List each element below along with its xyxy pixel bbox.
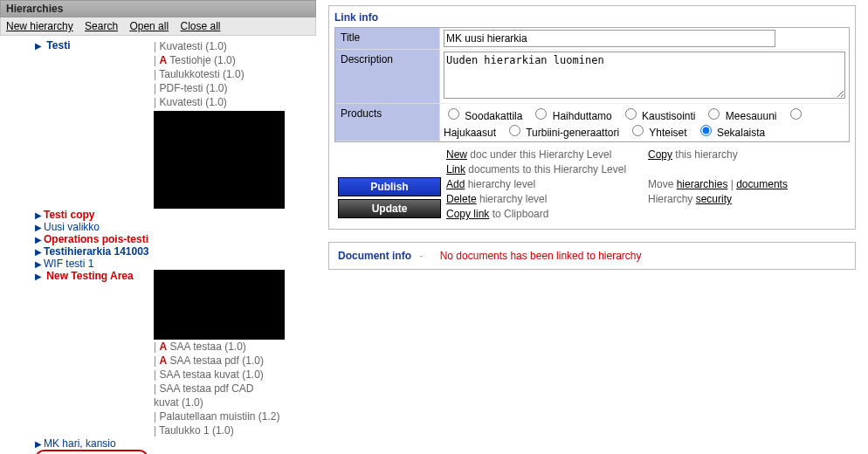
delete-level-link[interactable]: Delete [446,193,477,205]
description-textarea[interactable]: Uuden hierarkian luominen [444,52,845,99]
search-link[interactable]: Search [85,20,118,32]
action-links-col2: Copy this hierarchy Move hierarchies | d… [648,148,846,222]
panel-title: Hierarchies [0,0,316,17]
label-products: Products [335,104,440,141]
publish-button[interactable]: Publish [338,177,441,196]
product-option[interactable]: Yhteiset [628,127,686,139]
new-doc-link[interactable]: New [446,148,467,161]
list-item[interactable]: | SAA testaa kuvat (1.0) [154,368,285,382]
link-info-panel: Link info Title Description Uuden hierar… [328,5,856,230]
list-item[interactable]: | Kuvatesti (1.0) [154,95,285,109]
node-new-testing[interactable]: New Testing Area [46,270,133,282]
action-buttons: Publish Update [338,148,443,222]
copy-link-link[interactable]: Copy link [446,208,489,220]
node-uusi-valikko[interactable]: Uusi valikko [44,221,100,233]
move-documents-link[interactable]: documents [736,178,788,190]
list-item[interactable]: | A SAA testaa pdf (1.0) [154,354,285,368]
label-description: Description [335,50,440,104]
expand-arrow-icon[interactable]: ▶ [35,259,42,269]
node-testi-copy[interactable]: Testi copy [44,209,94,221]
list-item[interactable]: | PDF-testi (1.0) [154,81,285,95]
list-item[interactable]: | A SAA testaa (1.0) [154,340,285,354]
document-info-heading: Document info [338,250,411,262]
node-testihier[interactable]: Testihierarkia 141003 [44,245,149,258]
node-operations[interactable]: Operations pois-testi [44,233,148,245]
node-testi[interactable]: Testi [46,39,70,52]
node-mk-hari[interactable]: MK hari, kansio [44,437,116,450]
product-option[interactable]: Turbiini-generaattori [505,127,619,139]
document-info-panel: Document info - No documents has been li… [328,242,856,270]
product-option[interactable]: Soodakattila [444,110,522,122]
expand-arrow-icon[interactable]: ▶ [35,247,42,257]
selected-node-highlight: ▶MK uusi hierarkia [35,450,148,454]
product-option[interactable]: Haihduttamo [531,110,611,122]
redacted-block [154,111,285,209]
expand-arrow-icon[interactable]: ▶ [35,223,42,232]
add-level-link[interactable]: Add [446,178,465,190]
hierarchy-tree: ▶ Testi | Kuvatesti (1.0) | A Testiohje … [0,36,316,454]
list-item[interactable]: | Palautellaan muistiin (1.2) [154,409,285,423]
open-all-link[interactable]: Open all [129,20,169,32]
expand-arrow-icon[interactable]: ▶ [35,41,42,51]
list-item[interactable]: | Taulukko 1 (1.0) [154,423,285,437]
action-links-col1: New doc under this Hierarchy Level Link … [446,148,644,222]
expand-arrow-icon[interactable]: ▶ [35,210,42,220]
products-radio-group: Soodakattila Haihduttamo Kaustisointi Me… [440,104,849,141]
link-info-heading: Link info [334,11,850,24]
list-item[interactable]: | A Testiohje (1.0) [154,53,285,67]
node-wif[interactable]: WIF testi 1 [44,258,93,270]
redacted-block [154,270,285,340]
product-option[interactable]: Sekalaista [696,127,766,139]
expand-arrow-icon[interactable]: ▶ [35,272,42,281]
list-item[interactable]: | SAA testaa pdf CAD kuvat (1.0) [154,382,276,409]
expand-arrow-icon[interactable]: ▶ [35,439,42,449]
link-docs-link[interactable]: Link [446,163,465,175]
product-option[interactable]: Meesauuni [704,110,776,122]
title-input[interactable] [444,30,775,47]
close-all-link[interactable]: Close all [180,20,220,32]
product-option[interactable]: Kaustisointi [621,110,696,122]
label-title: Title [335,28,440,50]
move-hierarchies-link[interactable]: hierarchies [677,178,728,190]
no-documents-message: No documents has been linked to hierarch… [440,250,642,262]
hierarchy-security-link[interactable]: security [696,193,732,205]
update-button[interactable]: Update [338,199,441,218]
separator: - [419,250,423,262]
list-item[interactable]: | Taulukkotesti (1.0) [154,67,285,81]
copy-hierarchy-link[interactable]: Copy [648,148,672,161]
expand-arrow-icon[interactable]: ▶ [35,235,42,244]
list-item[interactable]: | Kuvatesti (1.0) [154,39,285,53]
toolbar: New hierarchy Search Open all Close all [0,17,316,36]
new-hierarchy-link[interactable]: New hierarchy [6,20,73,32]
